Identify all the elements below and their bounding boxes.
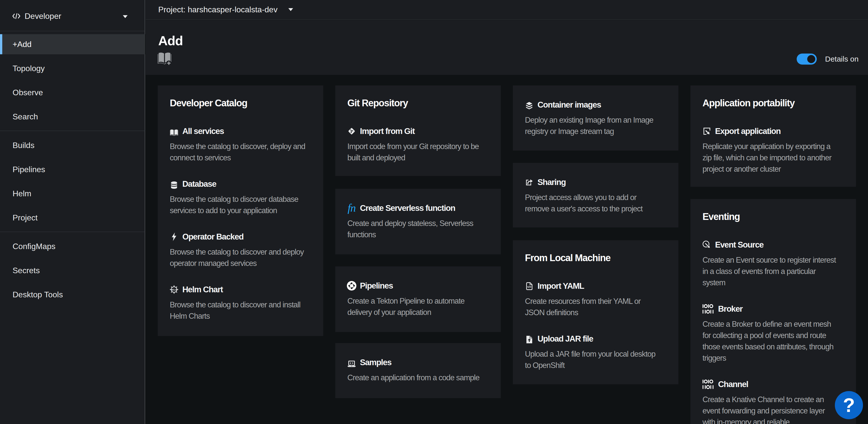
svg-text:HELM: HELM [171, 288, 177, 291]
